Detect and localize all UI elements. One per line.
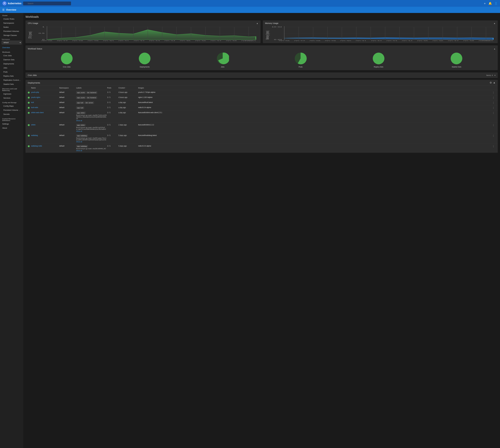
row-menu[interactable]: ⋮ (491, 134, 496, 137)
sidebar-item-pvc[interactable]: Persistent Volume Claims (0, 108, 23, 112)
sidebar-item-storage-classes[interactable]: Storage Classes (0, 33, 23, 37)
workload-status-header: Workload Status ▲ (28, 48, 496, 50)
sidebar-item-services[interactable]: Services (0, 96, 23, 100)
namespace-select[interactable]: default (2, 41, 22, 44)
row-labels: app: kutt (76, 107, 107, 109)
sidebar-item-secrets[interactable]: Secrets (0, 112, 23, 116)
show-all-link[interactable]: Show all (76, 130, 107, 132)
sidebar-item-stateful-sets[interactable]: Stateful Sets (0, 82, 23, 86)
svg-point-81 (373, 53, 384, 64)
sidebar-item-namespaces[interactable]: Namespaces (0, 21, 23, 25)
row-labels: app: wallabag fluxcd.io/sync-gc-mark: sh… (76, 145, 107, 151)
search-input[interactable] (23, 1, 71, 5)
label-tag: app: shlink (76, 112, 86, 114)
show-all-link[interactable]: Show all (76, 120, 107, 121)
logo[interactable]: kubernetes (2, 1, 21, 6)
row-images: yourls:1.7.9-fpm-alpine (138, 91, 491, 93)
deployment-link[interactable]: kutt (31, 101, 34, 103)
row-menu[interactable]: ⋮ (491, 107, 496, 109)
show-all-link[interactable]: Show all (76, 150, 107, 151)
cpu-chart-header: CPU Usage ▲ (28, 22, 258, 24)
sidebar-item-replica-sets[interactable]: Replica Sets (0, 74, 23, 78)
svg-text:00:37: 00:37 (448, 40, 459, 41)
svg-marker-10 (47, 30, 256, 40)
sidebar-item-deployments[interactable]: Deployments (0, 62, 23, 66)
deployment-link[interactable]: yourls-php (31, 91, 39, 93)
row-menu[interactable]: ⋮ (491, 96, 496, 99)
row-images: nginx:1.18.0-alpine (138, 96, 491, 98)
deployment-link[interactable]: yourls-nginx (31, 96, 40, 98)
filter-icon[interactable]: ⚙ (490, 81, 492, 84)
table-row: shlink-web-client default app: shlink fl… (26, 111, 498, 123)
row-created: a day ago (118, 112, 126, 113)
sidebar-item-replication-controllers[interactable]: Replication Controllers (0, 78, 23, 82)
sidebar-item-about[interactable]: About (0, 126, 23, 130)
workload-status-toggle[interactable]: ▲ (494, 48, 496, 50)
pie-deployments: Deployments (138, 52, 151, 68)
row-pods: 1 / 1 (107, 145, 118, 147)
row-menu[interactable]: ⋮ (491, 112, 496, 114)
sidebar-item-ingresses[interactable]: Ingresses (0, 92, 23, 96)
row-images: ikaruswill/wallabag:latest (138, 134, 491, 136)
sidebar-item-config-maps[interactable]: Config Maps (0, 104, 23, 108)
svg-text:00:32: 00:32 (371, 40, 382, 41)
row-menu[interactable]: ⋮ (491, 101, 496, 104)
svg-text:00:38: 00:38 (463, 40, 474, 41)
col-actions (491, 87, 496, 89)
add-icon[interactable]: ＋ (483, 1, 486, 5)
show-all-link[interactable]: Show all (76, 141, 107, 143)
workload-status-title: Workload Status (28, 48, 42, 50)
pie-replica-sets: Replica Sets (372, 52, 385, 68)
deployment-link[interactable]: wallabag-redis (31, 145, 42, 147)
cron-jobs-bar-title: Cron Jobs (28, 74, 37, 76)
notification-icon[interactable]: 🔔 (488, 2, 492, 5)
row-menu[interactable]: ⋮ (491, 124, 496, 127)
col-created[interactable]: Created ↑ (118, 87, 138, 89)
pie-svg-replica-sets (372, 52, 385, 65)
table-row: wallabag-redis default app: wallabag flu… (26, 144, 498, 153)
row-pods: 1 / 1 (107, 91, 118, 93)
row-menu[interactable]: ⋮ (491, 91, 496, 94)
sort-icon: ↑ (125, 87, 126, 89)
col-name[interactable]: Name (31, 87, 59, 89)
sidebar-item-cluster-roles[interactable]: Cluster Roles (0, 17, 23, 21)
col-images: Images (138, 87, 491, 89)
deployment-link[interactable]: wallabag (31, 134, 38, 136)
status-dot-green (28, 97, 30, 99)
pie-svg-jobs (216, 52, 229, 65)
cron-jobs-toggle[interactable]: ▾ (495, 74, 496, 76)
deployment-link[interactable]: shlink-web-client (31, 112, 44, 113)
row-created: 5 days ago (118, 145, 127, 147)
sidebar-item-pods[interactable]: Pods (0, 70, 23, 74)
account-icon[interactable]: 👤 (494, 2, 498, 5)
table-row: wallabag default app: wallabag fluxcd.io… (26, 133, 498, 144)
sidebar-item-overview[interactable]: Overview (0, 46, 23, 49)
sidebar-item-persistent-volumes[interactable]: Persistent Volumes (0, 29, 23, 33)
sidebar-item-cron-jobs[interactable]: Cron Jobs (0, 53, 23, 58)
memory-chart-toggle[interactable]: ▲ (494, 22, 496, 24)
sidebar-item-daemon-sets[interactable]: Daemon Sets (0, 58, 23, 62)
sidebar-item-nodes[interactable]: Nodes (0, 25, 23, 29)
svg-text:00:36: 00:36 (432, 40, 443, 41)
col-pods: Pods (107, 87, 118, 89)
svg-text:00:29: 00:29 (88, 40, 98, 41)
deployment-link[interactable]: kutt-redis (31, 107, 38, 109)
overview-title: Overview (6, 9, 16, 11)
pie-jobs: Jobs (216, 52, 229, 68)
svg-text:00:37: 00:37 (211, 40, 221, 41)
sidebar-item-jobs[interactable]: Jobs (0, 66, 23, 70)
cluster-section-title: Cluster (0, 13, 23, 17)
row-menu[interactable]: ⋮ (491, 145, 496, 148)
pie-cron-jobs: Cron Jobs (61, 52, 73, 68)
svg-text:00:33: 00:33 (386, 40, 397, 41)
deployment-link[interactable]: shlink (31, 124, 35, 126)
cpu-chart-toggle[interactable]: ▲ (256, 22, 258, 24)
deployments-toggle[interactable]: ▲ (493, 81, 496, 84)
deployments-table-header: Deployments ⚙ ▲ (26, 80, 498, 86)
row-labels: app: shlink fluxcd.io/sync-gc-mark: sha2… (76, 112, 107, 121)
hamburger-icon[interactable]: ☰ (2, 8, 4, 11)
sidebar-item-settings[interactable]: Settings (0, 122, 23, 126)
row-created: a day ago (118, 107, 126, 109)
svg-text:00:28: 00:28 (72, 40, 83, 41)
main-content: Workloads CPU Usage ▲ 0 0.5 (23, 13, 500, 448)
